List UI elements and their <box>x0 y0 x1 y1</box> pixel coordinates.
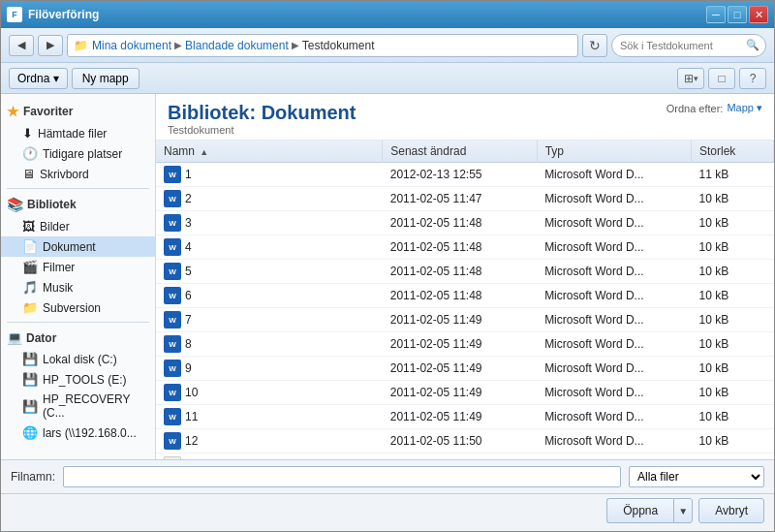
table-row[interactable]: W 8 2011-02-05 11:49 Microsoft Word D...… <box>156 332 774 357</box>
table-row[interactable]: W 9 2011-02-05 11:49 Microsoft Word D...… <box>156 357 774 381</box>
sidebar-group-header-bibliotek[interactable]: 📚 Bibliotek <box>1 193 155 216</box>
word-icon: W <box>164 190 181 207</box>
filename-input[interactable] <box>63 466 621 487</box>
right-header: Bibliotek: Dokument Testdokument Ordna e… <box>156 94 774 141</box>
videos-icon: 🎬 <box>22 260 38 274</box>
close-button[interactable]: ✕ <box>749 6 768 23</box>
library-icon: 📚 <box>7 197 23 212</box>
file-name: 9 <box>185 361 192 375</box>
table-row[interactable]: W 12 2011-02-05 11:50 Microsoft Word D..… <box>156 429 774 454</box>
file-type: Microsoft Word D... <box>537 308 691 332</box>
word-icon: W <box>164 214 181 232</box>
sidebar-group-header-favoriter[interactable]: ★ Favoriter <box>1 100 155 123</box>
sidebar-item-dokument[interactable]: 📄 Dokument <box>1 236 155 257</box>
word-icon: W <box>164 287 181 304</box>
word-icon: W <box>164 384 181 401</box>
file-type: Microsoft Word D... <box>537 284 691 308</box>
preview-icon: □ <box>718 72 725 85</box>
table-row[interactable]: W 4 2011-02-05 11:48 Microsoft Word D...… <box>156 235 774 260</box>
file-size: 10 kB <box>692 357 774 381</box>
maximize-button[interactable]: □ <box>728 6 747 23</box>
file-size: 10 kB <box>692 332 774 357</box>
back-icon: ◀ <box>17 39 25 51</box>
open-dropdown-button[interactable]: ▼ <box>673 498 693 523</box>
col-size-label: Storlek <box>699 144 735 158</box>
new-folder-button[interactable]: Ny mapp <box>72 68 140 89</box>
col-date[interactable]: Senast ändrad <box>383 141 537 163</box>
desktop-icon: 🖥 <box>22 167 35 181</box>
filename-label: Filnamn: <box>11 470 55 484</box>
minimize-button[interactable]: ─ <box>706 6 726 23</box>
filetype-select[interactable]: Alla filer Word-dokument Textdokument <box>629 466 764 487</box>
sidebar-item-hamtade[interactable]: ⬇ Hämtade filer <box>1 123 155 143</box>
sidebar-item-subversion[interactable]: 📁 Subversion <box>1 297 155 318</box>
sidebar-item-lokal[interactable]: 💾 Lokal disk (C:) <box>1 349 155 369</box>
star-icon: ★ <box>7 104 19 119</box>
table-row[interactable]: W 1 2012-02-13 12:55 Microsoft Word D...… <box>156 163 774 187</box>
word-icon: W <box>164 432 181 450</box>
sidebar-item-musik[interactable]: 🎵 Musik <box>1 277 155 297</box>
file-name: 6 <box>185 289 192 302</box>
file-name: 10 <box>185 386 198 399</box>
word-icon: W <box>164 166 181 183</box>
table-row[interactable]: W 3 2011-02-05 11:48 Microsoft Word D...… <box>156 211 774 235</box>
bottom-bar: Filnamn: Alla filer Word-dokument Textdo… <box>1 459 774 493</box>
cancel-button[interactable]: Avbryt <box>698 498 764 523</box>
view-options-button[interactable]: ⊞ ▾ <box>677 68 704 89</box>
file-type: Microsoft Word D... <box>537 163 691 187</box>
sidebar-item-lars[interactable]: 🌐 lars (\\192.168.0... <box>1 422 155 443</box>
help-button[interactable]: ? <box>739 68 766 89</box>
table-row[interactable]: W 11 2011-02-05 11:49 Microsoft Word D..… <box>156 405 774 429</box>
breadcrumb-part-1[interactable]: Mina dokument <box>92 39 171 52</box>
file-name-cell: W 4 <box>156 235 383 260</box>
file-name: 4 <box>185 240 192 254</box>
word-icon: W <box>164 360 181 377</box>
search-input[interactable] <box>620 40 727 51</box>
hdd-icon: 💾 <box>22 352 38 366</box>
breadcrumb-part-2[interactable]: Blandade dokument <box>185 39 289 52</box>
table-row[interactable]: W 2 2011-02-05 11:47 Microsoft Word D...… <box>156 187 774 211</box>
sidebar-item-bilder[interactable]: 🖼 Bilder <box>1 216 155 236</box>
col-size[interactable]: Storlek <box>692 141 774 163</box>
sidebar-group-label-bibliotek: Bibliotek <box>27 198 77 211</box>
file-date: 2011-02-05 11:49 <box>383 332 537 357</box>
file-size: 10 kB <box>692 211 774 235</box>
file-type: Microsoft Word D... <box>537 429 691 454</box>
table-row[interactable]: W 5 2011-02-05 11:48 Microsoft Word D...… <box>156 260 774 284</box>
col-type[interactable]: Typ <box>537 141 691 163</box>
file-size: 10 kB <box>692 187 774 211</box>
sidebar-item-hp-tools[interactable]: 💾 HP_TOOLS (E:) <box>1 369 155 390</box>
open-button[interactable]: Öppna <box>606 498 673 523</box>
file-size: 11 kB <box>692 163 774 187</box>
sort-value[interactable]: Mapp ▾ <box>727 102 762 114</box>
sidebar-item-hp-recovery[interactable]: 💾 HP_RECOVERY (C... <box>1 390 155 422</box>
table-row[interactable]: W 10 2011-02-05 11:49 Microsoft Word D..… <box>156 381 774 405</box>
file-size: 10 kB <box>692 235 774 260</box>
file-date: 2011-02-05 11:48 <box>383 284 537 308</box>
table-row[interactable]: W 7 2011-02-05 11:49 Microsoft Word D...… <box>156 308 774 332</box>
forward-button[interactable]: ▶ <box>38 35 63 56</box>
preview-button[interactable]: □ <box>708 68 735 89</box>
network-icon: 🌐 <box>22 425 38 440</box>
back-button[interactable]: ◀ <box>9 35 34 56</box>
word-icon: W <box>164 263 181 280</box>
divider-2 <box>7 322 149 323</box>
title-bar-left: F Filöverföring <box>7 7 99 22</box>
sidebar-item-skrivbord[interactable]: 🖥 Skrivbord <box>1 164 155 184</box>
sidebar-item-label: Tidigare platser <box>43 147 122 161</box>
refresh-button[interactable]: ↻ <box>582 34 607 57</box>
file-list: Namn ▲ Senast ändrad Typ Storlek <box>156 141 774 459</box>
sidebar-group-header-dator[interactable]: 💻 Dator <box>1 327 155 349</box>
title-controls: ─ □ ✕ <box>706 6 768 23</box>
table-row[interactable]: W 6 2011-02-05 11:48 Microsoft Word D...… <box>156 284 774 308</box>
left-panel: ★ Favoriter ⬇ Hämtade filer 🕐 Tidigare p… <box>1 94 156 459</box>
col-name[interactable]: Namn ▲ <box>156 141 383 163</box>
file-name-cell: W 3 <box>156 211 383 235</box>
hdd-icon-2: 💾 <box>22 372 38 387</box>
col-name-label: Namn <box>164 144 195 158</box>
file-type: Microsoft Word D... <box>537 357 691 381</box>
sidebar-item-tidigare[interactable]: 🕐 Tidigare platser <box>1 143 155 164</box>
breadcrumb: 📁 Mina dokument ▶ Blandade dokument ▶ Te… <box>67 34 578 57</box>
sidebar-item-filmer[interactable]: 🎬 Filmer <box>1 257 155 277</box>
ordna-button[interactable]: Ordna ▾ <box>9 68 68 89</box>
